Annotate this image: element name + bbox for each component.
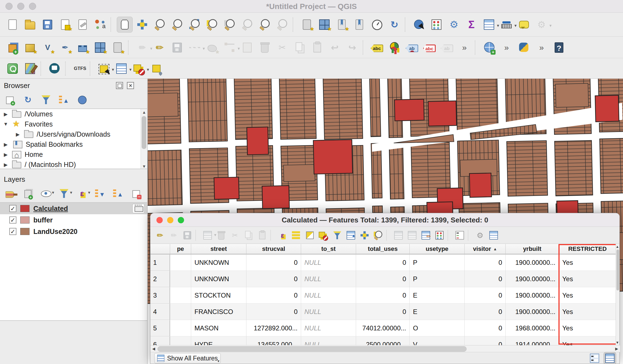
cell-pe[interactable]: [170, 336, 191, 345]
expand-arrow-icon[interactable]: ▶: [15, 131, 21, 137]
pin-unpin-labels-button[interactable]: ab: [404, 40, 420, 55]
new-field-button[interactable]: [392, 229, 405, 242]
cell-street[interactable]: MASON: [191, 320, 246, 336]
cell-strucval[interactable]: 1272892.000...: [246, 320, 301, 336]
select-by-expression-button[interactable]: ε: [276, 229, 289, 242]
measure-line-button[interactable]: ▾: [499, 17, 514, 33]
cell-street[interactable]: FRANCISCO: [191, 304, 246, 320]
cell-usetype[interactable]: P: [410, 254, 465, 271]
scroll-down-icon[interactable]: ▼: [616, 340, 619, 345]
column-header-to_st[interactable]: to_st: [301, 244, 356, 254]
cell-pe[interactable]: [170, 304, 191, 320]
column-header-yrbuilt[interactable]: yrbuilt: [506, 244, 559, 254]
column-header-strucval[interactable]: strucval: [246, 244, 301, 254]
cell-restricted[interactable]: Yes: [559, 304, 616, 320]
help-contents-button[interactable]: ?: [551, 40, 567, 55]
attr-toggle-editing-button[interactable]: ✏: [153, 229, 167, 242]
toggle-editing-button[interactable]: ✏: [152, 40, 168, 55]
identify-features-button[interactable]: [411, 17, 427, 33]
layer-visibility-checkbox[interactable]: ✓: [9, 205, 16, 212]
column-statistics-button[interactable]: [433, 229, 446, 242]
cell-to_st[interactable]: NULL: [301, 336, 356, 345]
cell-strucval[interactable]: 0: [246, 271, 301, 287]
zoom-to-native-resolution-button[interactable]: 1:1: [239, 17, 255, 33]
cell-yrbuilt[interactable]: 1914.00000...: [506, 336, 559, 345]
vertex-tool-button[interactable]: ▾: [222, 40, 238, 55]
new-mesh-layer-button[interactable]: ★: [92, 40, 108, 55]
scroll-thumb[interactable]: [142, 116, 146, 149]
layer-item-landuse2020[interactable]: ✓LandUse2020: [0, 226, 147, 237]
filter-browser-button[interactable]: [40, 94, 52, 106]
open-layer-styling-button[interactable]: [4, 187, 16, 199]
remove-layer-group-button[interactable]: [130, 187, 142, 199]
metasearch-catalog-button[interactable]: [481, 40, 497, 55]
cell-restricted[interactable]: Yes: [559, 254, 616, 271]
modify-attributes-button[interactable]: [239, 40, 255, 55]
show-spatial-bookmarks-button[interactable]: [351, 17, 367, 33]
attr-reload-table-button[interactable]: ▾: [201, 229, 214, 242]
new-shapefile-layer-button[interactable]: V★: [40, 40, 56, 55]
digitize-with-segment-button[interactable]: ▾: [187, 40, 203, 55]
attr-delete-features-button[interactable]: [215, 229, 228, 242]
row-number[interactable]: 3: [150, 287, 170, 304]
expand-arrow-icon[interactable]: ▶: [3, 111, 9, 117]
cell-street[interactable]: UNKNOWN: [191, 271, 246, 287]
highlight-pinned-labels-button[interactable]: abc: [421, 40, 437, 55]
cell-street[interactable]: UNKNOWN: [191, 254, 246, 271]
add-polygon-feature-button[interactable]: ★: [204, 40, 220, 55]
browser-item-home[interactable]: ▶⌂Home: [0, 149, 147, 160]
zoom-to-selection-button[interactable]: [372, 229, 385, 242]
row-number[interactable]: 2: [150, 271, 170, 287]
delete-selected-button[interactable]: [257, 40, 273, 55]
pan-map-to-selection-button[interactable]: [134, 17, 150, 33]
zoom-out-button[interactable]: −: [169, 17, 185, 33]
row-number[interactable]: 5: [150, 320, 170, 336]
feature-actions-button[interactable]: ⚙: [473, 229, 487, 242]
browser-close-icon[interactable]: ×: [127, 82, 134, 89]
cell-strucval[interactable]: 134552.000...: [246, 336, 301, 345]
browser-item--users-vigna-downloads[interactable]: ▶/Users/vigna/Downloads: [0, 129, 147, 139]
zoom-to-selection-button[interactable]: [204, 17, 220, 33]
delete-field-button[interactable]: [406, 229, 419, 242]
python-console-button[interactable]: [516, 40, 532, 55]
filter-select-by-form-button[interactable]: [331, 229, 344, 242]
new-virtual-layer-button[interactable]: ★: [75, 40, 91, 55]
cell-to_st[interactable]: NULL: [301, 254, 356, 271]
expand-all-button[interactable]: [94, 187, 106, 199]
row-number[interactable]: 6: [150, 336, 170, 345]
scroll-thumb[interactable]: [158, 346, 467, 352]
cell-yrbuilt[interactable]: 1900.00000...: [506, 304, 559, 320]
move-selection-to-top-button[interactable]: [344, 229, 357, 242]
browser-item--volumes[interactable]: ▶/Volumes: [0, 109, 147, 119]
dock-attribute-table-button[interactable]: [487, 229, 500, 242]
cell-visitor[interactable]: 0: [465, 336, 506, 345]
cell-total_uses[interactable]: 0: [356, 287, 410, 304]
attribute-vertical-scrollbar[interactable]: ▲ ▼: [616, 244, 619, 345]
add-selected-layers-button[interactable]: [4, 94, 16, 106]
browser-float-icon[interactable]: [116, 82, 123, 89]
cell-to_st[interactable]: NULL: [301, 287, 356, 304]
cell-usetype[interactable]: V: [410, 336, 465, 345]
row-number[interactable]: 1: [150, 254, 170, 271]
scroll-left-icon[interactable]: ◀: [150, 345, 157, 352]
undo-button[interactable]: ↩: [327, 40, 343, 55]
deselect-all-button[interactable]: [317, 229, 330, 242]
expand-arrow-icon[interactable]: ▼: [3, 121, 9, 127]
filter-by-expression-button[interactable]: ε▾: [76, 187, 88, 199]
cell-to_st[interactable]: NULL: [301, 320, 356, 336]
cell-total_uses[interactable]: 0: [356, 304, 410, 320]
current-edits-button[interactable]: ✏▾: [134, 40, 150, 55]
cell-yrbuilt[interactable]: 1900.00000...: [506, 254, 559, 271]
cell-visitor[interactable]: 0: [465, 287, 506, 304]
browser-item-favorites[interactable]: ▼★Favorites: [0, 119, 147, 129]
new-spatial-bookmark-button[interactable]: ★: [334, 17, 350, 33]
zoom-in-button[interactable]: +: [152, 17, 168, 33]
expand-arrow-icon[interactable]: ▶: [3, 142, 9, 148]
temporal-controller-button[interactable]: [369, 17, 385, 33]
layer-item-calculated[interactable]: ✓Calculated: [0, 203, 147, 214]
select-by-location-button[interactable]: [149, 61, 164, 77]
layer-diagram-options-button[interactable]: [386, 40, 402, 55]
new-print-layout-button[interactable]: ★: [57, 17, 73, 33]
quickmapservices-button[interactable]: [22, 61, 38, 77]
cell-strucval[interactable]: 0: [246, 254, 301, 271]
